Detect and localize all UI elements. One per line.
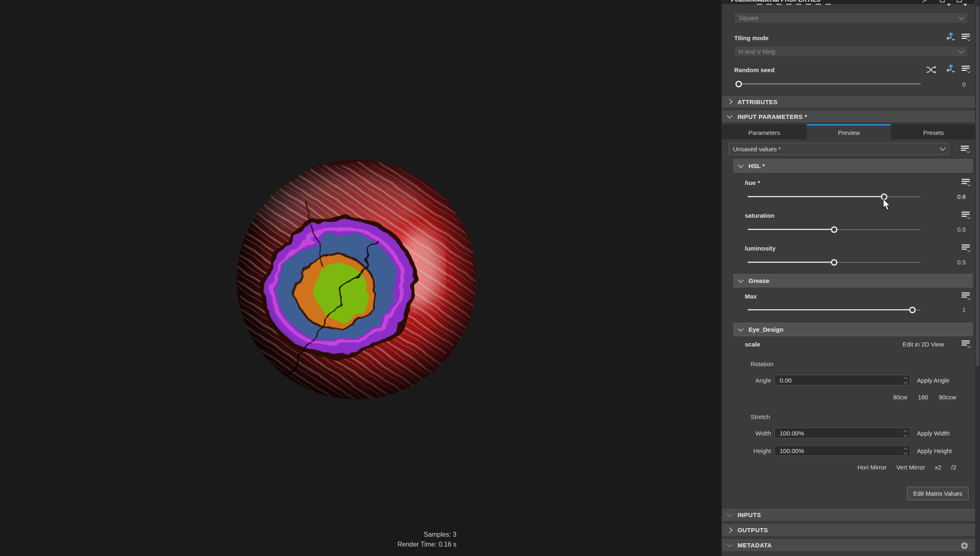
max-slider[interactable] (748, 307, 921, 313)
hori-mirror-button[interactable]: Hori Mirror (858, 464, 887, 471)
preset-values-select[interactable]: Unsaved values * (728, 143, 949, 155)
group-eye-design[interactable]: Eye_Design (733, 323, 973, 336)
hue-value: 0.8 (957, 193, 966, 200)
scrollbar-thumb[interactable] (976, 6, 979, 367)
angle-field (774, 375, 910, 385)
add-metadata-icon[interactable] (961, 542, 968, 549)
height-field (774, 445, 910, 456)
rotate-90ccw-button[interactable]: 90ccw (939, 394, 956, 401)
chevron-down-icon (958, 48, 964, 53)
slider-handle[interactable] (831, 259, 837, 266)
chevron-down-icon (738, 162, 744, 168)
chevron-down-icon (727, 541, 733, 547)
tiling-mode-select[interactable]: H and V tiling (734, 46, 968, 57)
angle-input[interactable] (780, 375, 881, 385)
edit-matrix-values-button[interactable]: Edit Matrix Values (907, 487, 969, 500)
chevron-down-icon[interactable] (947, 4, 951, 6)
hue-slider[interactable] (748, 194, 921, 200)
pin-icon[interactable] (922, 0, 928, 3)
group-hsl[interactable]: HSL * (733, 159, 973, 173)
attributes-title: ATTRIBUTES (737, 98, 778, 105)
saturation-value: 0.5 (957, 226, 966, 233)
tiling-mode-label: Tiling mode (734, 34, 769, 41)
chevron-down-icon (727, 113, 733, 118)
angle-label: Angle (734, 377, 771, 384)
clipped-label (757, 4, 835, 5)
x2-button[interactable]: x2 (935, 464, 941, 471)
parameter-menu-icon[interactable] (962, 340, 971, 347)
saturation-label: saturation (745, 212, 775, 219)
edit-in-2d-view-button[interactable]: Edit in 2D View (903, 341, 944, 348)
parameter-menu-icon[interactable] (962, 212, 971, 218)
section-metadata[interactable]: METADATA (722, 538, 976, 552)
application-window: Samples: 3 Render Time: 0.16 s PeacockMa… (0, 0, 980, 556)
spinner-icon[interactable] (904, 377, 908, 384)
height-input[interactable] (780, 446, 881, 456)
random-seed-value: 0 (962, 81, 966, 88)
luminosity-slider[interactable] (748, 259, 921, 266)
tab-parameters[interactable]: Parameters (722, 124, 807, 139)
properties-panel: PeacockMaterial PROPERTIES Square Tiling… (721, 0, 980, 556)
div2-button[interactable]: /2 (951, 464, 956, 471)
chevron-down-icon (738, 277, 744, 283)
parameter-menu-icon[interactable] (962, 66, 971, 72)
output-size-value: Square (739, 14, 758, 21)
width-field (774, 428, 910, 438)
3d-viewport[interactable]: Samples: 3 Render Time: 0.16 s (0, 0, 720, 556)
spinner-icon[interactable] (904, 448, 908, 454)
inheritance-icon[interactable] (945, 33, 955, 42)
parameter-menu-icon[interactable] (962, 244, 971, 251)
section-inputs[interactable]: INPUTS (722, 508, 976, 522)
chevron-down-icon[interactable] (963, 4, 967, 6)
slider-handle[interactable] (881, 194, 887, 200)
material-preview-sphere[interactable] (234, 155, 482, 405)
hsl-title: HSL * (749, 162, 765, 169)
render-time: Render Time: 0.16 s (397, 540, 456, 549)
slider-fill (748, 196, 886, 197)
random-seed-slider[interactable] (735, 81, 921, 87)
chevron-down-icon (958, 14, 964, 20)
spinner-icon[interactable] (904, 430, 908, 437)
parameter-menu-icon[interactable] (962, 34, 971, 40)
width-input[interactable] (780, 428, 881, 438)
shuffle-icon[interactable] (926, 66, 937, 74)
rotate-180-button[interactable]: 180 (918, 394, 928, 401)
slider-handle[interactable] (909, 307, 916, 313)
random-seed-label: Random seed (734, 66, 774, 73)
group-grease[interactable]: Grease (733, 274, 973, 287)
render-stats: Samples: 3 Render Time: 0.16 s (397, 530, 456, 549)
section-attributes[interactable]: ATTRIBUTES (722, 95, 976, 108)
tab-presets[interactable]: Presets (891, 124, 976, 139)
panel-title: PeacockMaterial PROPERTIES (731, 0, 820, 3)
slider-handle[interactable] (735, 81, 742, 87)
metadata-title: METADATA (737, 542, 772, 549)
apply-width-button[interactable]: Apply Width (917, 430, 950, 437)
preset-menu-icon[interactable] (961, 146, 970, 152)
saturation-slider[interactable] (748, 226, 921, 233)
height-label: Height (734, 447, 771, 454)
parameter-menu-icon[interactable] (962, 292, 971, 299)
parameter-tabs: Parameters Preview Presets (722, 124, 976, 139)
vert-mirror-button[interactable]: Vert Mirror (896, 464, 925, 471)
float-window-icon[interactable] (939, 0, 946, 3)
parameter-menu-icon[interactable] (962, 179, 971, 185)
rotation-label: Rotation (751, 360, 774, 367)
apply-angle-button[interactable]: Apply Angle (917, 377, 949, 384)
section-outputs[interactable]: OUTPUTS (722, 523, 976, 537)
max-value: 1 (962, 306, 966, 313)
chevron-right-icon (727, 527, 733, 533)
slider-fill (748, 309, 915, 310)
apply-height-button[interactable]: Apply Height (917, 447, 952, 454)
slider-track[interactable] (735, 83, 921, 84)
slider-handle[interactable] (831, 226, 837, 233)
chevron-down-icon (727, 511, 733, 517)
maximize-icon[interactable] (956, 0, 963, 3)
tab-preview[interactable]: Preview (807, 124, 892, 139)
panel-scrollbar[interactable] (975, 0, 980, 556)
rotate-90cw-button[interactable]: 90cw (893, 394, 907, 401)
output-size-select[interactable]: Square (734, 12, 968, 23)
hue-label: hue * (745, 179, 760, 186)
section-input-parameters[interactable]: INPUT PARAMETERS * (722, 110, 976, 123)
inheritance-icon[interactable] (945, 65, 955, 74)
mirror-row: Hori Mirror Vert Mirror x2 /2 (804, 464, 956, 471)
